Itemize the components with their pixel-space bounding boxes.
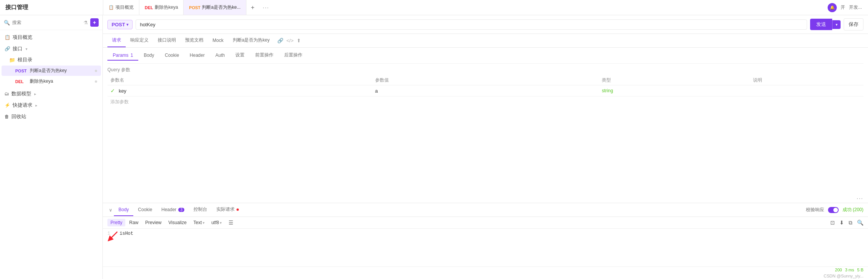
send-dropdown-button[interactable]: ▾: [832, 20, 841, 29]
add-new-button[interactable]: +: [90, 18, 99, 27]
tab-mock[interactable]: Mock: [208, 35, 228, 47]
del-tag: DEL: [15, 79, 27, 84]
tab-delete-hotkey[interactable]: DEL 删除热keya: [139, 0, 184, 15]
param-name-cell: ✓ key: [107, 85, 372, 96]
sidebar-item-quick-req-label: 快捷请求: [13, 102, 32, 109]
sub-tab-text[interactable]: Text ▾: [190, 219, 208, 226]
sidebar-item-overview[interactable]: 📋 项目概览: [0, 32, 102, 43]
tab-response-def[interactable]: 响应定义: [126, 34, 153, 47]
bottom-tab-body[interactable]: Body: [114, 204, 133, 216]
sub-tab-pretty[interactable]: Pretty: [107, 219, 125, 226]
params-tab-body[interactable]: Body: [138, 51, 159, 61]
search-icon: 🔍: [4, 20, 10, 26]
link-icon[interactable]: 🔗: [277, 38, 283, 43]
params-tab-post-op[interactable]: 后置操作: [279, 50, 308, 61]
params-tab-params[interactable]: Params 1: [107, 51, 138, 61]
sidebar-root-label: 根目录: [18, 56, 32, 63]
bottom-header-label: Header: [161, 207, 176, 212]
table-row: ✓ key a string: [107, 85, 863, 96]
tab-preview[interactable]: 预览文档: [181, 34, 208, 47]
tab-nav-icons: 🔗 </> ⬆: [277, 38, 301, 43]
search-input[interactable]: [12, 20, 81, 25]
method-select[interactable]: POST ▾: [107, 20, 133, 29]
more-dots-area[interactable]: ···: [103, 194, 868, 203]
bottom-tab-actual[interactable]: 实际请求: [212, 203, 243, 216]
extract-icon[interactable]: ⊡: [830, 220, 835, 226]
svg-line-0: [110, 232, 117, 239]
col-value: 参数值: [372, 75, 599, 85]
sub-tab-visualize[interactable]: Visualize: [165, 219, 190, 226]
data-model-icon: 🗂: [5, 91, 9, 96]
toggle-knob: [833, 208, 838, 212]
bottom-header-badge: 3: [178, 208, 184, 212]
tab-post-hotkey[interactable]: POST 判断a是否为热ke...: [184, 0, 246, 15]
download-icon[interactable]: ⬇: [839, 220, 844, 226]
bottom-tab-header[interactable]: Header 3: [157, 204, 189, 216]
bottom-right-controls: 校验响应 成功 (200): [806, 207, 863, 213]
tab-request[interactable]: 请求: [107, 34, 126, 47]
send-btn-group: 发送 ▾: [810, 19, 841, 30]
arrow-indicator: [106, 231, 121, 244]
bottom-panel: ∨ Body Cookie Header 3 控制台 实际请求 校验响应: [103, 203, 868, 279]
params-tab-header[interactable]: Header: [184, 51, 210, 61]
collapse-icon[interactable]: ∨: [107, 204, 114, 216]
quick-req-arrow-icon: ▸: [35, 103, 37, 107]
bottom-tab-console[interactable]: 控制台: [189, 203, 212, 216]
search-code-icon[interactable]: 🔍: [857, 220, 863, 226]
tab-add-btn[interactable]: +: [246, 4, 259, 11]
sub-tab-preview[interactable]: Preview: [142, 219, 165, 226]
post-tag: POST: [15, 69, 27, 73]
overview-icon: 📋: [109, 5, 114, 10]
tab-post-label: 判断a是否为热ke...: [202, 4, 240, 11]
tab-more-btn[interactable]: ···: [259, 5, 273, 10]
check-icon[interactable]: ✓: [110, 88, 115, 94]
params-tab-cookie[interactable]: Cookie: [160, 51, 184, 61]
sub-tab-raw[interactable]: Raw: [126, 219, 141, 226]
api-item-post-label: 判断a是否为热key: [30, 67, 67, 74]
api-item-del-hotkey[interactable]: DEL 删除热keya: [2, 76, 101, 87]
params-tab-pre-op[interactable]: 前置操作: [250, 50, 279, 61]
format-icon[interactable]: ☰: [225, 218, 237, 227]
sidebar-item-api[interactable]: 🔗 接口 ▾: [0, 43, 102, 55]
open-label: 开: [841, 4, 845, 11]
code-line-1: isHot: [120, 231, 133, 236]
tab-delete-label: 删除热keya: [155, 4, 178, 11]
save-button[interactable]: 保存: [844, 18, 863, 30]
sidebar-item-recycle[interactable]: 🗑 回收站: [0, 111, 102, 122]
sidebar-item-overview-label: 项目概览: [13, 34, 32, 41]
sub-tab-utf8[interactable]: utf8 ▾: [208, 219, 225, 226]
text-chevron-icon: ▾: [203, 221, 205, 225]
tab-overview[interactable]: 📋 项目概览: [103, 0, 139, 15]
api-item-del-dot: [95, 80, 97, 83]
bottom-right-icons: ⊡ ⬇ ⧉ 🔍: [830, 220, 863, 226]
quick-req-icon: ⚡: [5, 103, 10, 108]
params-tab-auth[interactable]: Auth: [210, 51, 230, 61]
add-param-btn[interactable]: 添加参数: [107, 96, 863, 107]
api-item-post-judge[interactable]: POST 判断a是否为热key: [2, 66, 101, 76]
filter-icon[interactable]: ⚗: [83, 20, 88, 26]
bottom-tab-cookie[interactable]: Cookie: [133, 204, 157, 216]
text-label: Text: [193, 220, 202, 225]
send-button[interactable]: 发送: [810, 19, 832, 30]
code-area: 1 isHot: [103, 229, 868, 266]
param-desc-cell[interactable]: [750, 85, 863, 96]
tab-api-doc[interactable]: 接口说明: [153, 34, 181, 47]
sidebar-item-quick-req[interactable]: ⚡ 快捷请求 ▸: [0, 99, 102, 111]
sidebar: 🔍 ⚗ + 📋 项目概览 🔗 接口 ▾ 📁 根目录 POST: [0, 15, 103, 279]
avatar[interactable]: 🔔: [828, 3, 837, 12]
param-value-cell[interactable]: a: [372, 85, 599, 96]
method-label: POST: [112, 22, 125, 27]
utf8-chevron-icon: ▾: [220, 221, 222, 225]
actual-label: 实际请求: [216, 207, 235, 212]
sidebar-item-data-model[interactable]: 🗂 数据模型 ▸: [0, 88, 102, 99]
code-icon[interactable]: </>: [286, 38, 294, 43]
col-desc: 说明: [750, 75, 863, 85]
params-tab-settings[interactable]: 设置: [230, 50, 250, 61]
share-icon[interactable]: ⬆: [297, 38, 301, 43]
tab-judge[interactable]: 判断a是否为热key: [228, 34, 274, 47]
validate-toggle[interactable]: [828, 207, 839, 213]
url-input[interactable]: [136, 19, 807, 30]
api-arrow-icon: ▾: [26, 47, 27, 51]
copy-icon[interactable]: ⧉: [849, 220, 852, 226]
sidebar-root-dir[interactable]: 📁 根目录: [0, 55, 102, 65]
